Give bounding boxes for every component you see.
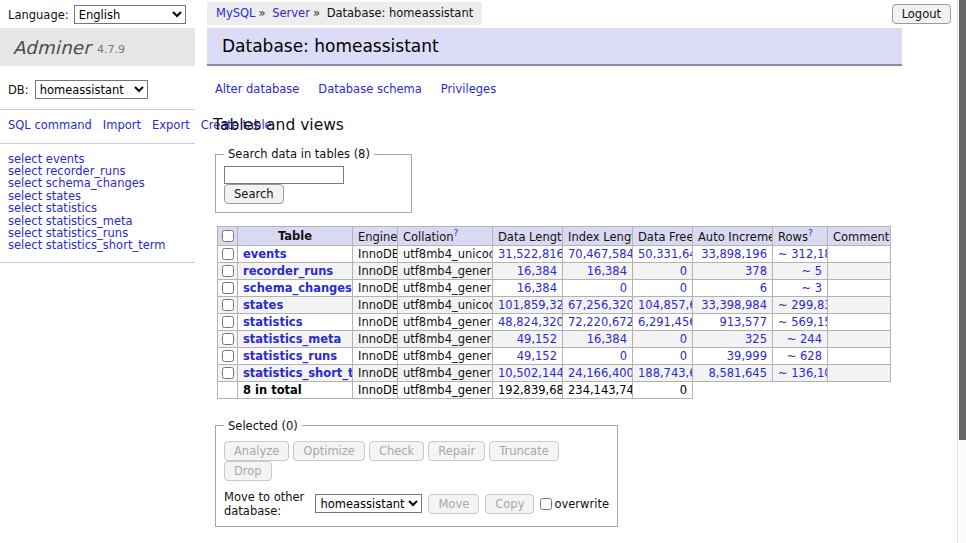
cell-data-length: 10,502,144 <box>493 364 563 381</box>
search-input[interactable] <box>224 166 344 184</box>
cell-auto-increment: 913,577 <box>693 313 773 330</box>
truncate-button[interactable]: Truncate <box>489 441 559 461</box>
cell-comment <box>828 296 891 313</box>
column-header-data-free: Data Free? <box>633 227 693 246</box>
cell-index-length: 24,166,400 <box>563 364 633 381</box>
cell-engine: InnoDB <box>353 262 398 279</box>
row-checkbox[interactable] <box>222 367 234 379</box>
cell-data-length: 48,824,320 <box>493 313 563 330</box>
total-label: 8 in total <box>238 381 353 398</box>
repair-button[interactable]: Repair <box>428 441 485 461</box>
column-header-engine: Engine? <box>353 227 398 246</box>
cell-comment <box>828 347 891 364</box>
drop-button[interactable]: Drop <box>224 461 272 481</box>
cell-table-name: recorder_runs <box>238 262 353 279</box>
cell-index-length: 0 <box>563 347 633 364</box>
row-checkbox[interactable] <box>222 299 234 311</box>
breadcrumb-separator: » <box>313 6 320 20</box>
column-header-data-length: Data Length? <box>493 227 563 246</box>
select-all-checkbox[interactable] <box>222 230 234 242</box>
cell-comment <box>828 262 891 279</box>
db-action-alter-database[interactable]: Alter database <box>215 82 299 96</box>
help-link[interactable]: ? <box>808 228 813 238</box>
cell-data-free: 0 <box>633 262 693 279</box>
cell-data-free: 188,743,680 <box>633 364 693 381</box>
table-link-statistics-short-term[interactable]: statistics_short_term <box>243 366 353 380</box>
table-link-recorder-runs[interactable]: recorder_runs <box>243 264 333 278</box>
cell-collation: utf8mb4_general_ci <box>398 262 493 279</box>
breadcrumb-separator: » <box>259 6 266 20</box>
breadcrumb-mysql-link[interactable]: MySQL <box>216 6 256 20</box>
help-link[interactable]: ? <box>454 228 459 238</box>
cell-collation: utf8mb4_general_ci <box>398 330 493 347</box>
cell-table-name: statistics_meta <box>238 330 353 347</box>
row-checkbox[interactable] <box>222 350 234 362</box>
cell-data-free: 6,291,456 <box>633 313 693 330</box>
move-button[interactable]: Move <box>428 494 479 514</box>
cell-comment <box>828 245 891 262</box>
cell-data-free: 0 <box>633 330 693 347</box>
cell-data-length: 16,384 <box>493 279 563 296</box>
table-link-statistics[interactable]: statistics <box>243 315 303 329</box>
table-link-states[interactable]: states <box>243 298 283 312</box>
table-row: statistics_metaInnoDButf8mb4_general_ci4… <box>218 330 891 347</box>
row-checkbox[interactable] <box>222 265 234 277</box>
app-version: 4.7.9 <box>97 43 125 56</box>
column-header-index-length: Index Length? <box>563 227 633 246</box>
db-action-database-schema[interactable]: Database schema <box>318 82 421 96</box>
column-header-comment: Comment? <box>828 227 891 246</box>
cell-comment <box>828 279 891 296</box>
select-link-select-statistics-short-term[interactable]: select statistics_short_term <box>8 238 165 252</box>
cell-collation: utf8mb4_unicode_ci <box>398 296 493 313</box>
logout-button[interactable]: Logout <box>892 4 951 24</box>
analyze-button[interactable]: Analyze <box>224 441 289 461</box>
cell-auto-increment: 33,398,984 <box>693 296 773 313</box>
copy-button[interactable]: Copy <box>485 494 534 514</box>
breadcrumb-server-link[interactable]: Server <box>272 6 310 20</box>
cell-rows: ~ 244 <box>773 330 828 347</box>
cell-engine: InnoDB <box>353 347 398 364</box>
cell-collation: utf8mb4_general_ci <box>398 364 493 381</box>
table-header-row: TableEngine?Collation?Data Length?Index … <box>218 227 891 246</box>
total-engine: InnoDB <box>353 381 398 398</box>
sidebar-link-export[interactable]: Export <box>152 118 190 132</box>
row-checkbox[interactable] <box>222 316 234 328</box>
sidebar-divider <box>0 262 195 263</box>
table-link-schema-changes[interactable]: schema_changes <box>243 281 352 295</box>
help-link[interactable]: ? <box>889 228 890 238</box>
cell-data-length: 49,152 <box>493 330 563 347</box>
db-select[interactable]: homeassistant <box>35 80 148 99</box>
row-checkbox[interactable] <box>222 333 234 345</box>
app-logo-box: Adminer 4.7.9 <box>0 28 195 66</box>
row-checkbox[interactable] <box>222 282 234 294</box>
table-link-statistics-runs[interactable]: statistics_runs <box>243 349 337 363</box>
cell-table-name: events <box>238 245 353 262</box>
table-row: statistics_runsInnoDButf8mb4_general_ci4… <box>218 347 891 364</box>
move-database-select[interactable]: homeassistant <box>315 494 422 513</box>
cell-data-free: 104,857,600 <box>633 296 693 313</box>
cell-table-name: states <box>238 296 353 313</box>
breadcrumb-current: Database: homeassistant <box>327 6 474 20</box>
search-button[interactable]: Search <box>224 184 284 204</box>
table-link-statistics-meta[interactable]: statistics_meta <box>243 332 341 346</box>
sidebar-divider <box>0 109 195 110</box>
check-button[interactable]: Check <box>369 441 424 461</box>
table-row: statistics_short_termInnoDButf8mb4_gener… <box>218 364 891 381</box>
overwrite-checkbox[interactable] <box>540 498 552 510</box>
cell-rows: ~ 136,108 <box>773 364 828 381</box>
overwrite-label: overwrite <box>554 497 609 511</box>
table-link-events[interactable]: events <box>243 247 287 261</box>
sidebar-link-sql-command[interactable]: SQL command <box>8 118 92 132</box>
db-action-privileges[interactable]: Privileges <box>441 82 496 96</box>
cell-auto-increment: 8,581,645 <box>693 364 773 381</box>
sidebar-link-import[interactable]: Import <box>103 118 141 132</box>
scrollbar-thumb[interactable] <box>959 0 966 440</box>
cell-index-length: 0 <box>563 279 633 296</box>
search-legend: Search data in tables (8) <box>224 147 374 161</box>
optimize-button[interactable]: Optimize <box>293 441 365 461</box>
cell-index-length: 16,384 <box>563 262 633 279</box>
row-checkbox[interactable] <box>222 248 234 260</box>
language-select[interactable]: English <box>74 5 186 24</box>
column-header-table: Table <box>238 227 353 246</box>
vertical-scrollbar[interactable] <box>957 0 966 543</box>
